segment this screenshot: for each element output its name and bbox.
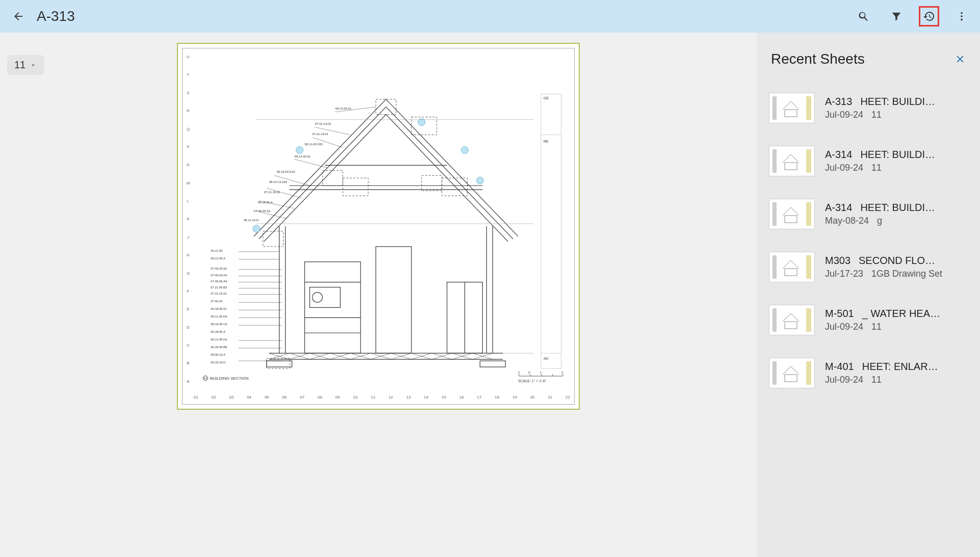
keynote-label: 06.18.00.A [258, 201, 273, 204]
app-header: A-313 [0, 0, 980, 33]
recent-item[interactable]: A-314HEET: BUILDI…May-08-24g [765, 188, 972, 241]
svg-rect-77 [785, 269, 797, 276]
keynote-label: 48.14.13.16A [269, 180, 288, 183]
section-tag: A1 [203, 376, 208, 381]
recent-meta: M303SECOND FLO…Jul-17-231GB Drawing Set [825, 255, 968, 279]
filter-button[interactable] [886, 6, 907, 26]
sheet-code: M-501 [825, 308, 854, 319]
col-label: 16 [459, 395, 464, 402]
keynote-label: 07.46.00.A6 [211, 280, 227, 283]
sheet-version: 11 [871, 375, 882, 385]
keynote-label: 08.30.13.A [211, 353, 225, 356]
sheet-border: UTSRQPNMLKJHGFEDCBA 01020304050607080910… [182, 48, 575, 405]
row-label: U [185, 55, 192, 59]
recent-item[interactable]: A-313HEET: BUILDI…Jul-09-2411 [765, 82, 972, 135]
sheet-version: 1GB Drawing Set [871, 269, 942, 279]
col-label: 20 [530, 395, 535, 402]
version-selector[interactable]: 11 [7, 55, 44, 75]
keynote-label: 06.18.00.A [211, 330, 225, 333]
svg-text:2': 2' [561, 371, 563, 374]
col-label: 02 [212, 395, 216, 402]
keynote-label: 06.18.00.01 [211, 307, 227, 310]
keynote-label: 08.16.00.C6 [211, 323, 227, 326]
svg-point-25 [461, 146, 469, 153]
svg-rect-32 [422, 175, 442, 191]
col-label: 14 [424, 395, 428, 402]
col-label: 01 [194, 395, 198, 402]
row-label: N [185, 163, 192, 167]
row-label: B [185, 361, 192, 365]
svg-point-17 [312, 293, 322, 303]
svg-point-26 [476, 177, 483, 184]
keynote-label: 48.14.00.01 [335, 107, 351, 110]
recent-item[interactable]: M-501_ WATER HEA…Jul-09-2411 [765, 294, 972, 347]
header-actions [854, 6, 972, 26]
row-label: E [185, 307, 192, 311]
recent-item[interactable]: M303SECOND FLO…Jul-17-231GB Drawing Set [765, 241, 972, 294]
col-label: 10 [353, 395, 357, 402]
row-grid-labels: UTSRQPNMLKJHGFEDCBA [185, 55, 192, 384]
col-label: 19 [512, 395, 517, 402]
row-label: G [185, 271, 192, 276]
keynote-label: 07.46.23.A4 [211, 274, 227, 277]
recent-meta: A-313HEET: BUILDI…Jul-09-2411 [825, 96, 968, 120]
row-label: A [185, 379, 192, 384]
more-button[interactable] [951, 6, 972, 26]
svg-point-27 [253, 225, 260, 232]
svg-line-53 [295, 159, 328, 168]
sheet-version: 11 [871, 163, 882, 173]
sheet-date: Jul-09-24 [825, 375, 863, 385]
col-label: 12 [389, 395, 393, 402]
keynote-label: 07.26.00.A2 [254, 209, 271, 213]
sheet-code: A-314 [825, 202, 852, 213]
sheet-code: A-314 [825, 149, 852, 160]
svg-point-23 [296, 146, 303, 153]
col-label: 22 [565, 395, 570, 402]
back-button[interactable] [8, 6, 29, 26]
sheet-name: HEET: BUILDI… [860, 202, 935, 213]
close-panel-button[interactable] [955, 54, 966, 65]
col-label: 18 [495, 395, 499, 402]
svg-rect-75 [785, 163, 797, 170]
page-title: A-313 [37, 8, 854, 24]
recent-item[interactable]: M-401HEET: ENLAR…Jul-09-2411 [765, 347, 972, 400]
building-section-drawing: 48.14.00.0107.41.13.0207.21.19.0108.11.0… [208, 69, 564, 374]
section-label: A1 BUILDING SECTION [203, 376, 249, 381]
svg-point-0 [961, 12, 963, 14]
right-tag: GE [544, 96, 549, 100]
svg-point-1 [961, 15, 963, 17]
row-label: P [185, 145, 192, 149]
sheet-date: Jul-09-24 [825, 110, 863, 120]
sheet-thumbnail [769, 252, 815, 282]
arrow-back-icon [12, 10, 24, 22]
history-icon [923, 10, 935, 22]
row-label: D [185, 325, 192, 330]
sheet-name: SECOND FLO… [859, 255, 935, 266]
svg-rect-33 [442, 178, 468, 196]
history-button[interactable] [919, 6, 939, 26]
keynote-label: 48.14.00.01 [295, 155, 311, 158]
sheet-name: _ WATER HEA… [862, 308, 940, 319]
col-label: 05 [265, 395, 269, 402]
sheet-thumbnail [769, 146, 815, 176]
right-tag: RE [544, 140, 549, 143]
recent-title: Recent Sheets [771, 51, 865, 67]
right-tag: SH [544, 357, 549, 360]
sheet-thumbnail [769, 305, 815, 335]
svg-rect-31 [343, 178, 368, 196]
recent-item[interactable]: A-314HEET: BUILDI…Jul-09-2411 [765, 135, 972, 188]
col-label: 06 [282, 395, 287, 402]
col-label: 15 [442, 395, 446, 402]
svg-rect-78 [785, 322, 797, 329]
keynote-label: 07.41.13.02 [315, 122, 331, 125]
svg-rect-20 [376, 247, 411, 353]
keynote-label: 08.11.00.F20 [305, 143, 323, 146]
keynote-label: 06.11.00 [211, 249, 223, 252]
search-button[interactable] [854, 6, 874, 26]
sheet-code: A-313 [825, 96, 852, 107]
drawing-canvas[interactable]: UTSRQPNMLKJHGFEDCBA 01020304050607080910… [0, 33, 757, 557]
sheet-date: May-08-24 [825, 216, 869, 226]
recent-list: A-313HEET: BUILDI…Jul-09-2411A-314HEET: … [757, 82, 980, 557]
dropdown-icon [30, 62, 37, 69]
recent-meta: M-401HEET: ENLAR…Jul-09-2411 [825, 361, 968, 385]
